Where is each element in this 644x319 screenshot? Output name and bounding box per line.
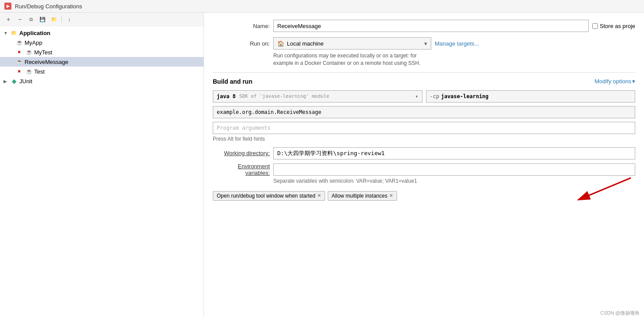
error-icon-test: ✖: [16, 68, 23, 75]
cp-value: javase-learning: [441, 93, 488, 99]
test-label: Test: [34, 68, 45, 75]
tree-item-myapp[interactable]: ☕ MyApp: [0, 38, 204, 47]
right-panel: Name: Store as proje Run on: 🏠 Local mac…: [204, 13, 644, 317]
tag-open-run-debug: Open run/debug tool window when started …: [213, 191, 325, 201]
save-button[interactable]: 💾: [38, 14, 47, 24]
run-on-label: Run on:: [213, 40, 270, 47]
run-on-arrow: ▾: [424, 40, 427, 47]
sdk-dropdown-arrow: ▾: [415, 93, 418, 99]
tag-allow-multiple-close[interactable]: ✕: [389, 193, 393, 198]
tree-item-mytest[interactable]: ✖ ☕ MyTest: [0, 47, 204, 57]
move-button[interactable]: 📁: [49, 14, 59, 24]
main-class-field[interactable]: example.org.domain.ReceiveMessage: [213, 106, 635, 118]
tree-application-group[interactable]: ▼ 📁 Application: [0, 28, 204, 38]
run-on-dropdown[interactable]: 🏠 Local machine ▾: [273, 37, 431, 50]
java-icon-receivemessage: ☕: [16, 58, 23, 65]
name-input[interactable]: [273, 20, 589, 32]
build-run-title: Build and run: [213, 78, 252, 85]
tree-item-test[interactable]: ✖ ☕ Test: [0, 67, 204, 76]
working-dir-input[interactable]: [273, 147, 635, 160]
tag-open-run-debug-label: Open run/debug tool window when started: [217, 193, 315, 199]
sdk-hint: SDK of 'javase-learning' module: [239, 93, 329, 99]
sdk-dropdown[interactable]: java 8 SDK of 'javase-learning' module ▾: [213, 90, 422, 103]
toolbar-separator: [61, 16, 62, 23]
title-bar: ▶ Run/Debug Configurations: [0, 0, 644, 13]
sort-button[interactable]: ↕: [64, 14, 74, 24]
store-as-project-checkbox[interactable]: [592, 23, 598, 29]
modify-options-arrow: ▾: [632, 78, 635, 85]
run-on-row: Run on: 🏠 Local machine ▾ Manage targets…: [213, 37, 635, 50]
store-as-project-label: Store as proje: [600, 23, 635, 29]
sdk-row: java 8 SDK of 'javase-learning' module ▾…: [213, 90, 635, 103]
program-args-field[interactable]: Program arguments: [213, 122, 635, 134]
manage-targets-link[interactable]: Manage targets...: [435, 40, 479, 47]
run-on-hint: Run configurations may be executed local…: [273, 52, 635, 67]
add-button[interactable]: +: [4, 14, 13, 24]
store-as-project-container: Store as proje: [592, 23, 635, 29]
modify-options-link[interactable]: Modify options ▾: [594, 78, 635, 85]
receivemessage-label: ReceiveMessage: [25, 59, 68, 65]
java-icon-test: ☕: [25, 68, 32, 75]
modify-options-label: Modify options: [594, 78, 631, 85]
env-vars-label: Environment variables:: [213, 163, 270, 176]
cp-field: -cp javase-learning: [426, 90, 636, 103]
red-arrow-icon: [561, 174, 640, 204]
java-icon-myapp: ☕: [16, 39, 23, 46]
application-group-label: Application: [19, 30, 50, 36]
env-hint-container: Separate variables with semicolon: VAR=v…: [213, 178, 635, 184]
tree-item-receivemessage[interactable]: ☕ ReceiveMessage: [0, 57, 204, 67]
expand-icon-junit: ▶: [4, 79, 9, 84]
app-icon: ▶: [4, 3, 11, 10]
tree-junit-group[interactable]: ▶ ◆ JUnit: [0, 76, 204, 86]
watermark: CSDN @微扬嘴角: [601, 310, 640, 316]
sdk-value: java 8: [217, 93, 236, 99]
run-on-value: Local machine: [287, 40, 324, 47]
tag-open-run-debug-close[interactable]: ✕: [317, 193, 321, 198]
mytest-label: MyTest: [34, 49, 52, 56]
working-dir-row: Working directory:: [213, 147, 635, 160]
name-label: Name:: [213, 23, 270, 29]
cp-label: -cp: [430, 93, 440, 99]
remove-button[interactable]: −: [15, 14, 25, 24]
myapp-label: MyApp: [25, 39, 42, 46]
working-dir-label: Working directory:: [213, 150, 270, 156]
local-machine-icon: 🏠: [277, 40, 284, 47]
build-run-header: Build and run Modify options ▾: [213, 78, 635, 85]
junit-icon: ◆: [11, 78, 18, 85]
copy-button[interactable]: ⧉: [26, 14, 36, 24]
name-row: Name: Store as proje: [213, 20, 635, 32]
tag-allow-multiple-label: Allow multiple instances: [332, 193, 387, 199]
tag-allow-multiple: Allow multiple instances ✕: [328, 191, 397, 201]
main-class-value: example.org.domain.ReceiveMessage: [217, 109, 321, 115]
window-title: Run/Debug Configurations: [15, 3, 82, 10]
folder-icon-application: 📁: [11, 29, 18, 36]
alt-hint: Press Alt for field hints: [213, 136, 635, 142]
junit-group-label: JUnit: [19, 78, 32, 85]
config-tree: ▼ 📁 Application ☕ MyApp ✖ ☕ MyTest ☕: [0, 26, 204, 317]
left-panel: + − ⧉ 💾 📁 ↕ ▼ 📁 Application ☕ MyApp: [0, 13, 204, 317]
section-divider: [213, 72, 635, 73]
error-icon-mytest: ✖: [16, 49, 23, 56]
java-icon-mytest: ☕: [25, 49, 32, 56]
svg-line-1: [578, 178, 631, 200]
toolbar: + − ⧉ 💾 📁 ↕: [0, 13, 204, 26]
expand-icon-application: ▼: [4, 31, 9, 35]
program-args-placeholder: Program arguments: [217, 125, 271, 131]
